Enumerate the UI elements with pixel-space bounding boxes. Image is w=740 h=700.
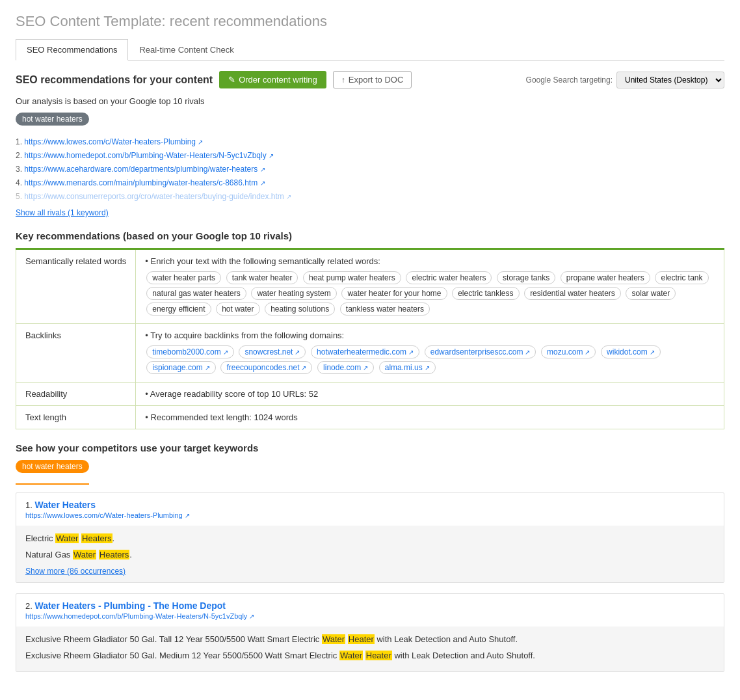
competitor-item-2: 2. Water Heaters - Plumbing - The Home D… (16, 593, 724, 672)
ext-icon: ↗ (585, 349, 590, 356)
competitor-2-num: 2. (25, 601, 34, 611)
competitor-item-1: 1. Water Heaters https://www.lowes.com/c… (16, 492, 724, 583)
word-tag: electric water heaters (406, 271, 492, 284)
readability-content: • Average readability score of top 10 UR… (136, 383, 724, 406)
snippet-line-1: Electric Water Heaters. (25, 532, 715, 545)
semantic-words-label: Semantically related words (16, 249, 136, 324)
semantic-words-content: • Enrich your text with the following se… (136, 249, 724, 324)
ext-link-icon-1: ↗ (198, 139, 203, 146)
ext-icon: ↗ (363, 364, 368, 371)
order-button-label: Order content writing (239, 75, 317, 85)
backlinks-content: • Try to acquire backlinks from the foll… (136, 324, 724, 383)
backlink-tag: mozu.com ↗ (541, 345, 596, 358)
targeting-label: Google Search targeting: (526, 75, 613, 85)
word-tag: water heater parts (146, 271, 221, 284)
text-length-label: Text length (16, 406, 136, 429)
recommendations-section-title: SEO recommendations for your content (16, 74, 213, 86)
word-tag: heating solutions (265, 303, 335, 316)
page-title-dynamic: recent recommendations (170, 13, 327, 29)
competitors-keyword-tag: hot water heaters (16, 460, 89, 473)
key-recommendations-section: Key recommendations (based on your Googl… (16, 230, 724, 429)
competitor-2-snippets: Exclusive Rheem Gladiator 50 Gal. Tall 1… (16, 626, 724, 671)
competitor-2-header: 2. Water Heaters - Plumbing - The Home D… (16, 594, 724, 623)
competitor-1-header: 1. Water Heaters https://www.lowes.com/c… (16, 493, 724, 522)
ext-icon: ↗ (525, 349, 530, 356)
tabs-bar: SEO Recommendations Real-time Content Ch… (16, 39, 724, 61)
backlink-tag: ispionage.com ↗ (146, 361, 215, 374)
rival-link-5[interactable]: https://www.consumerreports.org/cro/wate… (24, 192, 284, 201)
competitor-2-title[interactable]: Water Heaters - Plumbing - The Home Depo… (34, 600, 226, 611)
backlink-tag: wikidot.com ↗ (601, 345, 661, 358)
rival-item-1: 1. https://www.lowes.com/c/Water-heaters… (16, 136, 724, 148)
competitor-2-url-link[interactable]: https://www.homedepot.com/b/Plumbing-Wat… (25, 612, 247, 620)
backlink-tag: linode.com ↗ (317, 361, 374, 374)
word-tag: residential water heaters (524, 287, 621, 300)
export-doc-button[interactable]: ↑ Export to DOC (333, 71, 412, 88)
word-tag: energy efficient (146, 303, 211, 316)
word-tag: water heating system (251, 287, 336, 300)
snippet-line-3: Exclusive Rheem Gladiator 50 Gal. Tall 1… (25, 633, 715, 646)
tab-seo-recommendations[interactable]: SEO Recommendations (16, 39, 128, 61)
backlink-tag: freecouponcodes.net ↗ (220, 361, 312, 374)
text-length-text: • Recommended text length: 1024 words (145, 412, 297, 422)
rival-link-3[interactable]: https://www.acehardware.com/departments/… (24, 165, 258, 174)
page-title: SEO Content Template: recent recommendat… (16, 13, 724, 30)
rival-link-2[interactable]: https://www.homedepot.com/b/Plumbing-Wat… (24, 151, 266, 160)
ext-link-icon-2: ↗ (269, 152, 274, 159)
competitor-1-num: 1. (25, 500, 34, 510)
competitor-1-url: https://www.lowes.com/c/Water-heaters-Pl… (25, 511, 715, 519)
rival-item-3: 3. https://www.acehardware.com/departmen… (16, 163, 724, 175)
word-tag: hot water (216, 303, 259, 316)
table-row-readability: Readability • Average readability score … (16, 383, 724, 406)
table-row-semantic-words: Semantically related words • Enrich your… (16, 249, 724, 324)
competitors-keyword-tag-wrapper: hot water heaters (16, 460, 89, 485)
upload-icon: ↑ (341, 75, 345, 85)
order-content-writing-button[interactable]: ✎ Order content writing (219, 71, 326, 88)
table-row-text-length: Text length • Recommended text length: 1… (16, 406, 724, 429)
highlight: Water (73, 550, 96, 559)
table-row-backlinks: Backlinks • Try to acquire backlinks fro… (16, 324, 724, 383)
highlight: Heater (365, 651, 392, 660)
rival-item-2: 2. https://www.homedepot.com/b/Plumbing-… (16, 150, 724, 161)
highlight: Water (339, 651, 363, 660)
ext-icon: ↗ (650, 349, 655, 356)
ext-link-icon: ↗ (185, 512, 190, 519)
snippet-line-2: Natural Gas Water Heaters. (25, 548, 715, 561)
tab-realtime-content-check[interactable]: Real-time Content Check (128, 39, 244, 60)
ext-link-icon-3: ↗ (260, 166, 265, 173)
word-tag: electric tankless (452, 287, 519, 300)
backlink-tag: edwardsenterprisescc.com ↗ (425, 345, 536, 358)
readability-label: Readability (16, 383, 136, 406)
backlinks-label: Backlinks (16, 324, 136, 383)
ext-link-icon-4: ↗ (260, 180, 265, 187)
rival-link-4[interactable]: https://www.menards.com/main/plumbing/wa… (24, 178, 258, 187)
competitor-1-title[interactable]: Water Heaters (34, 500, 96, 510)
word-tag: natural gas water heaters (146, 287, 246, 300)
highlight: Heaters (99, 550, 130, 559)
competitor-2-url: https://www.homedepot.com/b/Plumbing-Wat… (25, 612, 715, 620)
rival-link-1[interactable]: https://www.lowes.com/c/Water-heaters-Pl… (24, 137, 196, 146)
ext-icon: ↗ (301, 364, 306, 371)
highlight: Water (322, 634, 345, 644)
word-tag: storage tanks (497, 271, 555, 284)
competitors-title: See how your competitors use your target… (16, 442, 724, 453)
edit-icon: ✎ (228, 75, 235, 85)
show-all-rivals-link[interactable]: Show all rivals (1 keyword) (16, 208, 109, 217)
show-more-link-1[interactable]: Show more (86 occurrences) (25, 567, 126, 576)
ext-icon: ↗ (223, 349, 228, 356)
key-recommendations-title: Key recommendations (based on your Googl… (16, 230, 724, 241)
backlink-tags-container: timebomb2000.com ↗ snowcrest.net ↗ hotwa… (145, 344, 715, 375)
highlight: Heaters (81, 533, 112, 543)
word-tags-container: water heater parts tank water heater hea… (145, 270, 715, 317)
backlink-tag: snowcrest.net ↗ (239, 345, 306, 358)
word-tag: tankless water heaters (340, 303, 430, 316)
targeting-select[interactable]: United States (Desktop) (616, 72, 724, 88)
ext-link-icon-5: ↗ (286, 193, 291, 200)
backlink-tag: alma.mi.us ↗ (379, 361, 436, 374)
keyword-tag-container: hot water heaters (16, 113, 724, 131)
competitor-1-url-link[interactable]: https://www.lowes.com/c/Water-heaters-Pl… (25, 511, 183, 519)
backlink-tag: hotwaterheatermedic.com ↗ (311, 345, 419, 358)
semantic-intro: • Enrich your text with the following se… (145, 256, 380, 266)
ext-icon: ↗ (205, 364, 210, 371)
ext-link-icon-2: ↗ (249, 613, 254, 620)
